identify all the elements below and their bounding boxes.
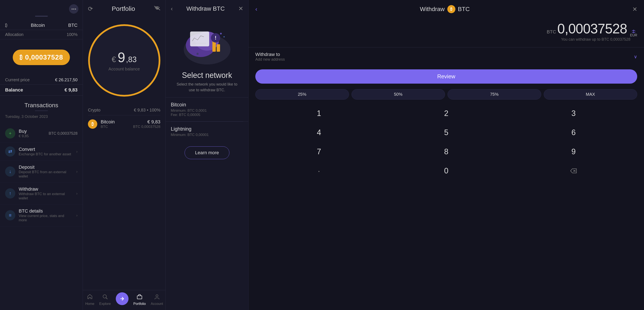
coin-icon: ₿	[5, 23, 8, 28]
nav-explore[interactable]: Explore	[99, 294, 111, 306]
transactions-section: Transactions Tuesday, 3 October 2023	[0, 96, 82, 124]
network-illustration: !	[166, 16, 248, 69]
action-btc-details[interactable]: ≡ BTC details View current price, stats …	[0, 205, 82, 226]
quick-btn-50[interactable]: 50%	[352, 89, 445, 100]
withdraw-back[interactable]: ‹	[255, 6, 257, 13]
select-network-close[interactable]: ✕	[238, 5, 243, 12]
portfolio-icon	[136, 294, 142, 301]
key-backspace[interactable]	[510, 161, 637, 181]
quick-btn-max[interactable]: MAX	[544, 89, 638, 100]
current-price-value: € 26.217,50	[55, 77, 78, 82]
account-icon	[154, 294, 160, 301]
withdraw-header: ‹ Withdraw ₿ BTC ✕	[248, 0, 644, 17]
svg-text:!: !	[215, 35, 216, 41]
more-button[interactable]	[69, 4, 78, 14]
nav-home[interactable]: Home	[86, 294, 94, 306]
nav-account[interactable]: Account	[151, 294, 163, 306]
quick-btn-25[interactable]: 25%	[255, 89, 349, 100]
crypto-item-bitcoin[interactable]: ₿ Bitcoin BTC € 9,83 BTC 0,00037528	[88, 115, 160, 133]
action-convert[interactable]: ⇄ Convert Exchange BTC for another asset…	[0, 142, 82, 161]
explore-icon	[102, 294, 108, 301]
amount-whole: 9	[118, 50, 125, 65]
current-price-label: Current price	[5, 77, 30, 82]
select-network-title: Withdraw BTC	[186, 5, 224, 12]
withdraw-title: Withdraw ₿ BTC	[420, 5, 470, 13]
amount-prefix: BTC	[547, 29, 556, 35]
btc-balance-button[interactable]: ₿ 0,00037528	[13, 50, 70, 65]
btc-icon: ₿	[20, 54, 22, 61]
current-price-row: Current price € 26.217,50	[0, 75, 82, 85]
crypto-header: Crypto € 9,83 • 100%	[88, 105, 160, 115]
amount-decimal: ,83	[126, 55, 136, 64]
action-withdraw[interactable]: ↑ Withdraw Withdraw BTC to an external w…	[0, 183, 82, 205]
withdraw-title-text: Withdraw	[420, 6, 445, 13]
deposit-chevron: ›	[76, 169, 78, 174]
bitcoin-name: Bitcoin	[101, 119, 130, 125]
nav-portfolio[interactable]: Portfolio	[134, 294, 146, 306]
hide-icon[interactable]	[154, 6, 160, 12]
nav-fab[interactable]	[116, 292, 128, 305]
svg-point-19	[224, 36, 225, 38]
withdraw-to-chevron: ∨	[634, 54, 637, 60]
svg-rect-3	[137, 296, 142, 299]
key-9[interactable]: 9	[510, 142, 637, 161]
btcdetails-icon: ≡	[5, 210, 15, 220]
panel-portfolio: ⟳ Portfolio € 9 ,83 Account balance Cryp	[83, 0, 166, 310]
panel-select-network: ‹ Withdraw BTC ✕ !	[166, 0, 248, 310]
convert-title: Convert	[19, 146, 73, 152]
crypto-header-label: Crypto	[88, 108, 100, 112]
panel-wallet-detail: ₿ Bitcoin BTC Allocation 100% ₿ 0,000375…	[0, 0, 83, 310]
network-lightning[interactable]: Lightning Minimum: BTC 0,00001	[166, 121, 248, 141]
withdraw-icon: ↑	[5, 188, 15, 199]
network-bitcoin[interactable]: Bitcoin Minimum: BTC 0,0001 Fee: BTC 0,0…	[166, 97, 248, 121]
review-button[interactable]: Review	[255, 69, 637, 84]
key-3[interactable]: 3	[510, 104, 637, 123]
home-icon	[87, 294, 93, 301]
coin-label: Bitcoin	[31, 23, 45, 28]
key-6[interactable]: 6	[510, 123, 637, 142]
deposit-icon: ↓	[5, 166, 15, 177]
key-4[interactable]: 4	[255, 123, 382, 142]
lightning-network-min: Minimum: BTC 0,00001	[171, 133, 243, 137]
btcdetails-content: BTC details View current price, stats an…	[19, 208, 73, 222]
key-1[interactable]: 1	[255, 104, 382, 123]
eur-toggle[interactable]: EUR	[630, 30, 637, 37]
key-dot[interactable]: ·	[255, 161, 382, 181]
key-8[interactable]: 8	[382, 142, 510, 161]
balance-label: Balance	[5, 87, 23, 93]
action-deposit[interactable]: ↓ Deposit Deposit BTC from an external w…	[0, 161, 82, 183]
svg-rect-14	[212, 41, 216, 52]
deposit-title: Deposit	[19, 165, 73, 170]
withdraw-to-labels: Withdraw to Add new address	[255, 52, 285, 62]
portfolio-title: Portfolio	[112, 5, 135, 12]
history-icon[interactable]: ⟳	[88, 5, 93, 12]
allocation-value: 100%	[67, 32, 78, 37]
top-bar	[0, 0, 82, 16]
bitcoin-info: Bitcoin BTC	[101, 119, 130, 129]
withdraw-to-section[interactable]: Withdraw to Add new address ∨	[248, 47, 644, 66]
key-2[interactable]: 2	[382, 104, 510, 123]
bitcoin-amounts: € 9,83 BTC 0,00037528	[133, 119, 160, 129]
scroll-indicator	[35, 16, 48, 17]
withdraw-title: Withdraw	[19, 186, 73, 192]
amount-currency: €	[112, 55, 116, 64]
quick-btn-75[interactable]: 75%	[448, 89, 541, 100]
withdraw-close[interactable]: ✕	[632, 6, 637, 13]
withdraw-to-label: Withdraw to	[255, 52, 285, 57]
convert-content: Convert Exchange BTC for another asset	[19, 146, 73, 157]
select-network-back[interactable]: ‹	[171, 5, 173, 12]
tx-divider	[35, 110, 48, 111]
portfolio-circle: € 9 ,83 Account balance	[88, 24, 160, 97]
learn-more-button[interactable]: Learn more	[184, 146, 230, 159]
key-5[interactable]: 5	[382, 123, 510, 142]
key-0[interactable]: 0	[382, 161, 510, 181]
add-address-label: Add new address	[255, 57, 285, 62]
select-network-heading: Select network	[166, 71, 248, 80]
btcdetails-subtitle: View current price, stats and more	[19, 214, 73, 222]
action-buy[interactable]: + Buy € 9,85 BTC 0,00037528	[0, 124, 82, 142]
withdraw-coin-name: BTC	[458, 6, 470, 13]
bitcoin-network-min: Minimum: BTC 0,0001	[171, 108, 243, 113]
svg-point-20	[196, 53, 198, 55]
key-7[interactable]: 7	[255, 142, 382, 161]
convert-icon: ⇄	[5, 146, 15, 157]
